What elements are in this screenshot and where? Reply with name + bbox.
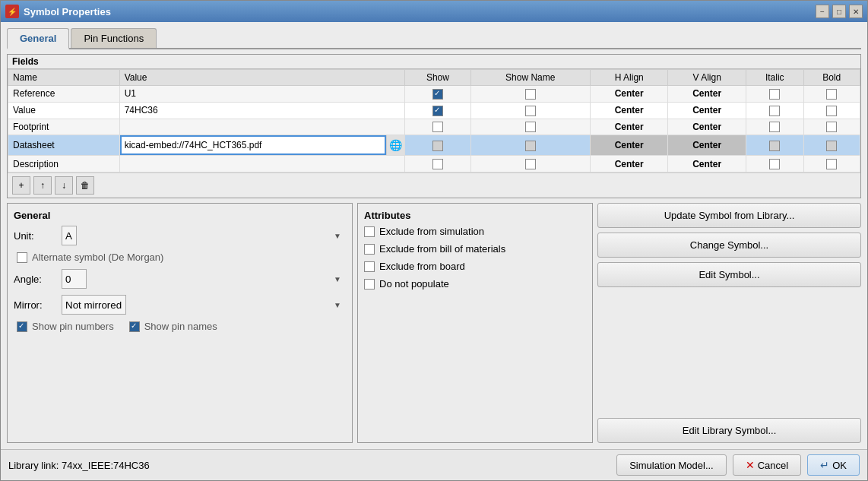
datasheet-input-wrapper: 🌐 (120, 135, 405, 155)
field-bold[interactable] (803, 119, 860, 135)
ok-button[interactable]: ↵ OK (807, 454, 860, 476)
exclude-bom-checkbox[interactable] (364, 244, 375, 255)
attr-exclude-board: Exclude from board (364, 261, 586, 272)
tab-general[interactable]: General (7, 28, 69, 49)
alternate-label: Alternate symbol (De Morgan) (32, 252, 163, 263)
move-up-button[interactable]: ↑ (33, 176, 52, 195)
field-h-align: Center (590, 119, 667, 135)
field-show-name[interactable] (470, 102, 590, 119)
field-show-name[interactable] (470, 119, 590, 135)
field-bold[interactable] (803, 156, 860, 172)
datasheet-input[interactable] (120, 135, 387, 155)
col-h-align: H Align (590, 70, 667, 86)
general-panel-title: General (14, 210, 346, 221)
field-value[interactable] (119, 156, 405, 172)
show-pin-numbers-checkbox[interactable] (17, 321, 27, 332)
edit-library-symbol-button[interactable]: Edit Library Symbol... (597, 418, 861, 443)
field-value[interactable]: U1 (119, 86, 405, 103)
field-name: Description (8, 156, 120, 172)
tab-pin-functions[interactable]: Pin Functions (71, 28, 157, 48)
maximize-button[interactable]: □ (832, 5, 846, 18)
field-h-align: Center (590, 135, 667, 156)
exclude-simulation-label: Exclude from simulation (379, 226, 484, 237)
cancel-icon: ✕ (746, 459, 755, 471)
cancel-button[interactable]: ✕ Cancel (733, 454, 801, 476)
field-show[interactable] (405, 135, 470, 156)
tab-bar: General Pin Functions (7, 28, 861, 49)
angle-select[interactable]: 0 90 180 270 (62, 269, 87, 289)
table-row[interactable]: Value 74HC36 Center Center (8, 102, 860, 119)
minimize-button[interactable]: − (816, 5, 829, 18)
table-row[interactable]: Reference U1 Center Center (8, 86, 860, 103)
update-symbol-button[interactable]: Update Symbol from Library... (597, 203, 861, 228)
field-show-name[interactable] (470, 156, 590, 172)
field-show[interactable] (405, 86, 470, 103)
exclude-simulation-checkbox[interactable] (364, 226, 375, 237)
titlebar: ⚡ Symbol Properties − □ ✕ (1, 1, 867, 22)
field-show[interactable] (405, 102, 470, 119)
close-button[interactable]: ✕ (849, 5, 863, 18)
add-field-button[interactable]: + (12, 176, 30, 195)
table-row[interactable]: Footprint Center Center (8, 119, 860, 135)
field-bold[interactable] (803, 135, 860, 156)
field-italic[interactable] (746, 135, 803, 156)
simulation-model-button[interactable]: Simulation Model... (616, 454, 727, 476)
attr-exclude-simulation: Exclude from simulation (364, 226, 586, 237)
angle-row: Angle: 0 90 180 270 (14, 269, 346, 289)
col-show-name: Show Name (470, 70, 590, 86)
move-down-button[interactable]: ↓ (55, 176, 73, 195)
field-show[interactable] (405, 119, 470, 135)
do-not-populate-checkbox[interactable] (364, 279, 375, 290)
field-italic[interactable] (746, 119, 803, 135)
field-v-align: Center (668, 119, 746, 135)
fields-section: Fields Name Value Show Show Name H Align… (7, 54, 861, 198)
table-row[interactable]: Datasheet 🌐 Center Center (8, 135, 860, 156)
field-show-name[interactable] (470, 135, 590, 156)
field-v-align: Center (668, 156, 746, 172)
field-show[interactable] (405, 156, 470, 172)
do-not-populate-label: Do not populate (379, 278, 449, 290)
exclude-board-label: Exclude from board (379, 261, 465, 272)
window-title: Symbol Properties (24, 6, 111, 17)
field-h-align: Center (590, 102, 667, 119)
browse-button[interactable]: 🌐 (386, 135, 404, 155)
unit-label: Unit: (14, 230, 55, 242)
col-name: Name (8, 70, 120, 86)
library-link-value: 74xx_IEEE:74HC36 (62, 460, 150, 471)
field-v-align: Center (668, 102, 746, 119)
angle-select-wrapper: 0 90 180 270 (62, 269, 346, 289)
show-pin-names-checkbox[interactable] (129, 321, 140, 332)
field-value[interactable] (119, 119, 405, 135)
edit-symbol-button[interactable]: Edit Symbol... (597, 262, 861, 287)
footer: Library link: 74xx_IEEE:74HC36 Simulatio… (1, 449, 867, 480)
footer-buttons: Simulation Model... ✕ Cancel ↵ OK (616, 454, 860, 476)
unit-select[interactable]: A B C (62, 226, 77, 245)
bottom-panels: General Unit: A B C Alternate symbol (De… (7, 203, 861, 443)
exclude-board-checkbox[interactable] (364, 261, 375, 272)
main-window: ⚡ Symbol Properties − □ ✕ General Pin Fu… (0, 0, 868, 481)
field-value[interactable]: 74HC36 (119, 102, 405, 119)
alternate-checkbox[interactable] (17, 252, 27, 263)
fields-toolbar: + ↑ ↓ 🗑 (8, 172, 860, 198)
fields-header: Fields (8, 55, 860, 69)
table-row[interactable]: Description Center Center (8, 156, 860, 172)
field-bold[interactable] (803, 86, 860, 103)
field-italic[interactable] (746, 156, 803, 172)
field-show-name[interactable] (470, 86, 590, 103)
field-bold[interactable] (803, 102, 860, 119)
attributes-panel-title: Attributes (364, 210, 586, 221)
mirror-label: Mirror: (14, 299, 55, 311)
field-value-datasheet[interactable]: 🌐 (119, 135, 405, 156)
field-italic[interactable] (746, 102, 803, 119)
field-v-align: Center (668, 86, 746, 103)
app-icon: ⚡ (5, 5, 19, 18)
titlebar-controls: − □ ✕ (816, 5, 863, 18)
change-symbol-button[interactable]: Change Symbol... (597, 233, 861, 258)
field-name: Footprint (8, 119, 120, 135)
delete-field-button[interactable]: 🗑 (76, 176, 94, 195)
field-name: Reference (8, 86, 120, 103)
ok-label: OK (832, 460, 847, 471)
mirror-select[interactable]: Not mirrored Mirror X Mirror Y (62, 295, 126, 315)
angle-label: Angle: (14, 274, 55, 285)
field-italic[interactable] (746, 86, 803, 103)
